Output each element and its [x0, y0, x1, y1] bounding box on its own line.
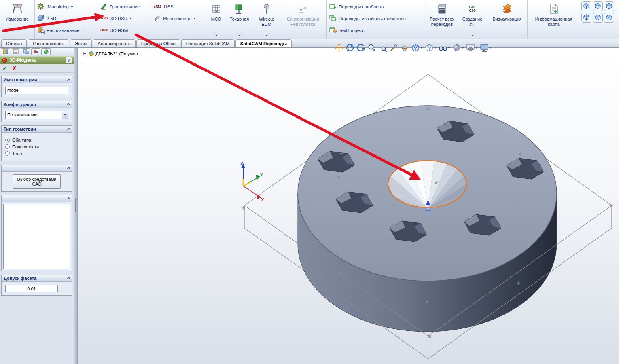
- collapse-chevron-icon[interactable]: [67, 197, 70, 201]
- display-style-button[interactable]: [424, 43, 437, 53]
- tab-assembly[interactable]: Сборка: [1, 39, 27, 47]
- recognition-button[interactable]: Распознавание: [36, 24, 96, 36]
- section-configuration: Конфигурация По умолчанию: [1, 101, 72, 122]
- 3d-hsr-button[interactable]: HSR 3D HSR: [99, 13, 150, 24]
- section-configuration-header[interactable]: Конфигурация: [2, 101, 72, 108]
- standard-view-button-6[interactable]: [604, 12, 615, 23]
- multiaxis-button[interactable]: Многоосевое: [153, 13, 206, 24]
- sync-revolver-button[interactable]: Синхронизация Рев.головки: [280, 1, 325, 38]
- standard-view-button-5[interactable]: [592, 12, 603, 23]
- tab-layout[interactable]: Расположение: [28, 39, 69, 47]
- graphics-viewport[interactable]: Z Y X: [78, 48, 619, 364]
- radio-both-types[interactable]: Оба типа: [5, 138, 68, 142]
- edit-appearance-button[interactable]: [452, 43, 464, 53]
- chevron-down-icon[interactable]: [215, 35, 218, 36]
- wirecut-button[interactable]: Wirecut EDM: [255, 1, 278, 38]
- ok-button[interactable]: ✓: [2, 66, 7, 71]
- zoom-fit-button[interactable]: [367, 43, 377, 53]
- collapse-chevron-icon[interactable]: [67, 128, 70, 131]
- chevron-down-icon[interactable]: [82, 30, 84, 31]
- techprocess-button[interactable]: ТехПроцесс: [328, 24, 425, 36]
- create-nc-button[interactable]: G01 G00 Создание УП: [459, 1, 485, 38]
- standard-view-button-1[interactable]: [581, 1, 592, 12]
- template-group-button[interactable]: Переходы из группы шаблонов: [328, 13, 425, 24]
- mco-button[interactable]: MCO: [209, 1, 223, 38]
- 25d-button[interactable]: 2.5D: [36, 13, 96, 24]
- calculate-all-button[interactable]: Расчет всех переходов: [428, 1, 456, 38]
- panel-splitter[interactable]: [74, 48, 78, 364]
- geometry-name-input[interactable]: [5, 87, 68, 94]
- previous-view-button[interactable]: [356, 43, 366, 53]
- chevron-down-icon: [420, 47, 423, 49]
- model-scene[interactable]: Z Y X: [78, 48, 619, 364]
- tab-evaluate[interactable]: Анализировать: [93, 39, 135, 47]
- section-facet-tolerance: Допуск фасета: [1, 275, 72, 296]
- visualization-button[interactable]: Визуализация: [488, 1, 526, 38]
- hss-button[interactable]: HSS HSS: [153, 1, 206, 13]
- chevron-down-icon[interactable]: [238, 35, 241, 36]
- panel-actions: ✓ ✗: [0, 64, 74, 73]
- 3d-hsm-button[interactable]: HSM 3D HSM: [99, 24, 150, 36]
- g00-text: G00: [469, 9, 475, 13]
- feature-tree-root[interactable]: ДЕТАЛЬ21 (По умол...: [83, 51, 142, 56]
- recognition-label: Распознавание: [47, 28, 80, 33]
- tab-solidcam-operation[interactable]: Операция SolidCAM: [181, 39, 235, 47]
- cad-select-button[interactable]: Выбор средствами CAD: [13, 174, 61, 189]
- chevron-down-icon[interactable]: [71, 6, 73, 8]
- standard-view-button-4[interactable]: [581, 12, 592, 23]
- measure-button[interactable]: Измерение: [1, 1, 33, 38]
- collapse-chevron-icon[interactable]: [67, 103, 70, 106]
- chevron-down-icon[interactable]: [129, 18, 132, 19]
- fly-through-button[interactable]: [389, 43, 399, 53]
- hide-show-button[interactable]: [438, 43, 451, 53]
- tab-sketch[interactable]: Эскиз: [70, 39, 92, 47]
- rotate-view-button[interactable]: [345, 43, 355, 53]
- engraving-button[interactable]: Гравирование: [99, 1, 150, 13]
- radio-surfaces[interactable]: Поверхности: [5, 144, 68, 149]
- help-button[interactable]: ?: [66, 57, 72, 63]
- combo-arrow-button[interactable]: [62, 111, 68, 119]
- disc-model[interactable]: [298, 106, 557, 332]
- configuration-select[interactable]: По умолчанию: [5, 111, 68, 119]
- collapse-chevron-icon[interactable]: [67, 277, 70, 280]
- tab-office-products[interactable]: Продукты Office: [136, 39, 180, 47]
- tree-expand-icon[interactable]: [83, 52, 87, 55]
- section-view-button[interactable]: [400, 43, 409, 53]
- collapse-chevron-icon[interactable]: [67, 167, 70, 170]
- chevron-down-icon[interactable]: [265, 35, 268, 36]
- turning-button[interactable]: Токарная: [226, 1, 252, 38]
- view-settings-button[interactable]: [479, 43, 492, 53]
- visualization-label: Визуализация: [492, 17, 521, 22]
- section-selection-list-header[interactable]: [2, 195, 72, 202]
- turning-label: Токарная: [230, 17, 249, 22]
- panel-tab-features[interactable]: [1, 48, 10, 55]
- chevron-down-icon[interactable]: [471, 35, 474, 36]
- section-facet-tolerance-header[interactable]: Допуск фасета: [2, 275, 72, 282]
- tab-solidcam-transitions[interactable]: SolidCAM Переходы: [235, 39, 292, 47]
- template-transition-button[interactable]: Переход из шаблона: [328, 1, 425, 13]
- imachining-button[interactable]: iMachining: [36, 1, 96, 13]
- selection-listbox[interactable]: [3, 204, 70, 269]
- section-geometry-name-header[interactable]: Имя геометрии: [2, 76, 72, 83]
- infocard-button[interactable]: Информационная карта: [529, 1, 579, 38]
- chevron-down-icon[interactable]: [193, 18, 196, 19]
- section-cad-selection-header[interactable]: [2, 165, 72, 172]
- panel-tab-dimxpert[interactable]: [31, 48, 40, 55]
- view-cube-icon: [604, 13, 614, 23]
- standard-view-button-3[interactable]: [604, 1, 615, 12]
- apply-scene-button[interactable]: [466, 43, 478, 53]
- template-icon: [329, 3, 337, 11]
- panel-tab-properties[interactable]: [11, 48, 20, 55]
- section-geometry-type-header[interactable]: Тип геометрии: [2, 126, 72, 133]
- view-orientation-button[interactable]: [411, 43, 423, 53]
- zoom-area-button[interactable]: [378, 43, 388, 53]
- panel-tab-appearances[interactable]: [41, 48, 51, 55]
- panel-tab-configurations[interactable]: [21, 48, 30, 55]
- pan-button[interactable]: [334, 43, 344, 53]
- standard-view-button-2[interactable]: [592, 1, 603, 12]
- radio-bodies[interactable]: Тела: [5, 151, 68, 156]
- collapse-chevron-icon[interactable]: [67, 78, 70, 82]
- cancel-button[interactable]: ✗: [12, 66, 17, 71]
- view-cube-icon: [581, 13, 591, 23]
- facet-tolerance-input[interactable]: [5, 285, 58, 292]
